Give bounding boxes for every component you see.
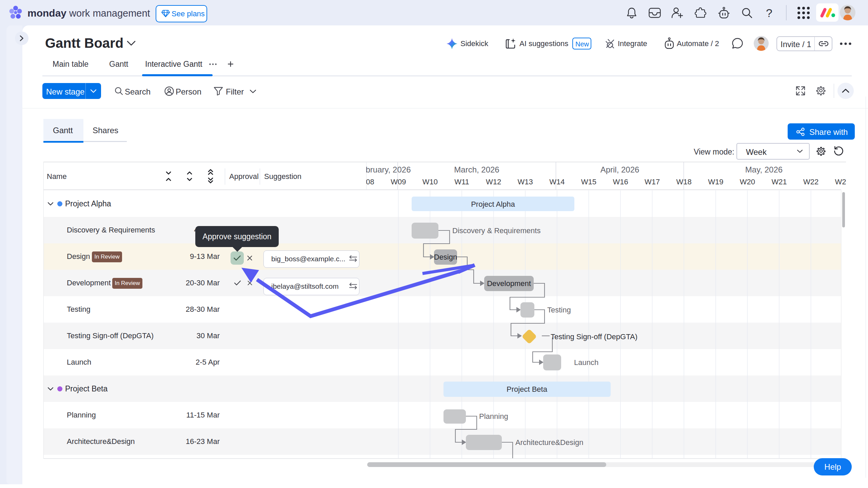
svg-text:W10: W10 (422, 178, 438, 186)
svg-text:W23: W23 (835, 178, 846, 186)
svg-text:W11: W11 (454, 178, 469, 186)
svg-text:W21: W21 (771, 178, 787, 186)
svg-text:W16: W16 (613, 178, 628, 186)
svg-text:W18: W18 (676, 178, 692, 186)
svg-text:Testing: Testing (547, 306, 571, 314)
svg-text:Project Beta: Project Beta (507, 385, 548, 393)
svg-text:Design: Design (434, 253, 457, 261)
svg-text:W12: W12 (486, 178, 501, 186)
svg-text:Project Alpha: Project Alpha (471, 200, 515, 208)
svg-text:W09: W09 (391, 178, 406, 186)
svg-text:W15: W15 (581, 178, 596, 186)
svg-text:Planning: Planning (479, 412, 508, 421)
svg-text:Testing Sign-off (DepGTA): Testing Sign-off (DepGTA) (551, 332, 637, 341)
svg-text:February, 2026: February, 2026 (366, 165, 411, 174)
svg-text:W19: W19 (708, 178, 723, 186)
svg-text:April, 2026: April, 2026 (600, 165, 639, 174)
svg-text:W08: W08 (366, 178, 374, 186)
svg-text:Development: Development (487, 279, 531, 288)
svg-text:May, 2026: May, 2026 (745, 165, 783, 174)
svg-text:Discovery & Requirements: Discovery & Requirements (452, 226, 540, 235)
svg-text:W20: W20 (740, 178, 755, 186)
svg-text:March, 2026: March, 2026 (454, 165, 499, 174)
svg-text:Launch: Launch (574, 358, 598, 367)
svg-text:Architecture&Design: Architecture&Design (515, 438, 584, 447)
svg-text:W17: W17 (645, 178, 660, 186)
svg-text:W13: W13 (518, 178, 533, 186)
svg-text:W14: W14 (549, 178, 565, 186)
svg-text:W22: W22 (803, 178, 818, 186)
